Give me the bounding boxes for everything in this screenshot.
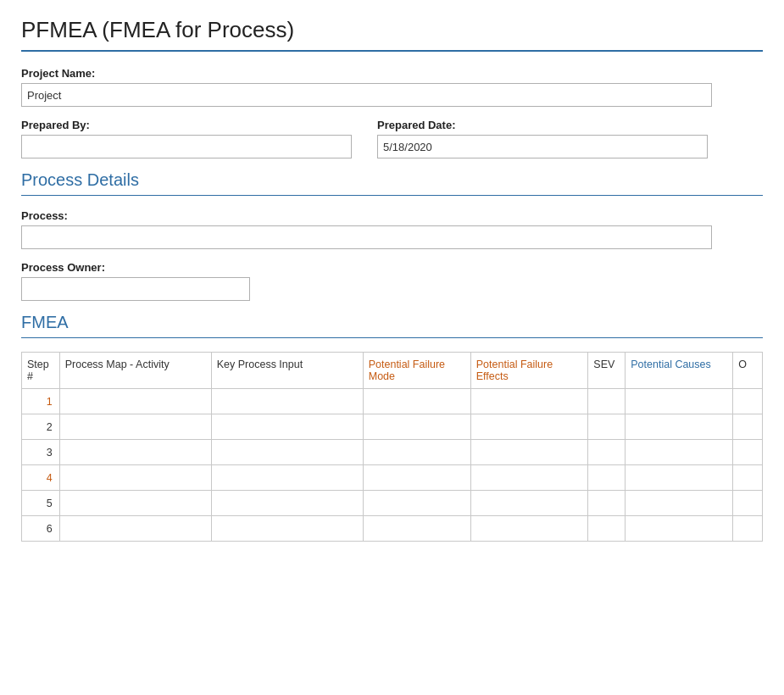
failure-mode-cell[interactable]	[363, 516, 470, 542]
page-title: PFMEA (FMEA for Process)	[21, 17, 763, 43]
o-cell[interactable]	[733, 414, 763, 440]
failure-effects-cell[interactable]	[470, 440, 588, 465]
potential-causes-cell[interactable]	[626, 440, 733, 465]
failure-mode-cell[interactable]	[363, 389, 470, 414]
sev-cell[interactable]	[588, 389, 626, 414]
key-process-cell[interactable]	[211, 414, 363, 440]
step-cell: 6	[22, 516, 60, 542]
table-row: 1	[22, 389, 763, 414]
table-row: 2	[22, 414, 763, 440]
key-process-cell[interactable]	[211, 491, 363, 516]
o-cell[interactable]	[733, 516, 763, 542]
process-group: Process:	[21, 209, 763, 249]
o-cell[interactable]	[733, 465, 763, 491]
failure-effects-cell[interactable]	[470, 516, 588, 542]
prepared-date-group: Prepared Date:	[377, 119, 708, 158]
table-header-row: Step # Process Map - Activity Key Proces…	[22, 353, 763, 389]
process-map-cell[interactable]	[59, 389, 211, 414]
o-cell[interactable]	[733, 491, 763, 516]
o-cell[interactable]	[733, 389, 763, 414]
potential-causes-cell[interactable]	[626, 414, 733, 440]
potential-causes-cell[interactable]	[626, 389, 733, 414]
step-cell: 3	[22, 440, 60, 465]
col-header-key-process: Key Process Input	[211, 353, 363, 389]
process-map-cell[interactable]	[59, 414, 211, 440]
key-process-cell[interactable]	[211, 516, 363, 542]
sev-cell[interactable]	[588, 440, 626, 465]
title-divider	[21, 50, 763, 52]
process-input[interactable]	[21, 225, 712, 249]
col-header-step: Step #	[22, 353, 60, 389]
process-details-divider	[21, 195, 763, 196]
sev-cell[interactable]	[588, 516, 626, 542]
col-header-o: O	[733, 353, 763, 389]
step-cell: 4	[22, 465, 60, 491]
process-map-cell[interactable]	[59, 440, 211, 465]
fmea-title: FMEA	[21, 313, 763, 332]
process-owner-input[interactable]	[21, 277, 250, 301]
failure-mode-cell[interactable]	[363, 465, 470, 491]
failure-effects-cell[interactable]	[470, 414, 588, 440]
table-row: 4	[22, 465, 763, 491]
prepared-by-label: Prepared By:	[21, 119, 352, 131]
process-map-cell[interactable]	[59, 491, 211, 516]
step-cell: 5	[22, 491, 60, 516]
step-cell: 1	[22, 389, 60, 414]
potential-causes-cell[interactable]	[626, 465, 733, 491]
prepared-date-label: Prepared Date:	[377, 119, 708, 131]
prepared-date-input[interactable]	[377, 135, 708, 158]
sev-cell[interactable]	[588, 414, 626, 440]
sev-cell[interactable]	[588, 491, 626, 516]
process-map-cell[interactable]	[59, 516, 211, 542]
project-name-input[interactable]	[21, 83, 712, 107]
step-cell: 2	[22, 414, 60, 440]
prepared-by-input[interactable]	[21, 135, 352, 158]
failure-effects-cell[interactable]	[470, 491, 588, 516]
process-details-title: Process Details	[21, 170, 763, 190]
failure-effects-cell[interactable]	[470, 465, 588, 491]
prepared-by-group: Prepared By:	[21, 119, 352, 158]
failure-effects-cell[interactable]	[470, 389, 588, 414]
o-cell[interactable]	[733, 440, 763, 465]
col-header-process-map: Process Map - Activity	[59, 353, 211, 389]
process-map-cell[interactable]	[59, 465, 211, 491]
col-header-failure-mode: Potential Failure Mode	[363, 353, 470, 389]
sev-cell[interactable]	[588, 465, 626, 491]
table-row: 6	[22, 516, 763, 542]
project-name-label: Project Name:	[21, 67, 763, 80]
col-header-sev: SEV	[588, 353, 626, 389]
key-process-cell[interactable]	[211, 389, 363, 414]
fmea-table: Step # Process Map - Activity Key Proces…	[21, 352, 763, 542]
process-label: Process:	[21, 209, 763, 222]
table-row: 5	[22, 491, 763, 516]
potential-causes-cell[interactable]	[626, 491, 733, 516]
fmea-divider	[21, 337, 763, 338]
key-process-cell[interactable]	[211, 465, 363, 491]
project-name-group: Project Name:	[21, 67, 763, 107]
col-header-potential-causes: Potential Causes	[626, 353, 733, 389]
failure-mode-cell[interactable]	[363, 440, 470, 465]
col-header-failure-effects: Potential Failure Effects	[470, 353, 588, 389]
process-owner-label: Process Owner:	[21, 261, 763, 274]
failure-mode-cell[interactable]	[363, 491, 470, 516]
prepared-row: Prepared By: Prepared Date:	[21, 119, 763, 158]
process-owner-group: Process Owner:	[21, 261, 763, 301]
key-process-cell[interactable]	[211, 440, 363, 465]
potential-causes-cell[interactable]	[626, 516, 733, 542]
table-row: 3	[22, 440, 763, 465]
failure-mode-cell[interactable]	[363, 414, 470, 440]
